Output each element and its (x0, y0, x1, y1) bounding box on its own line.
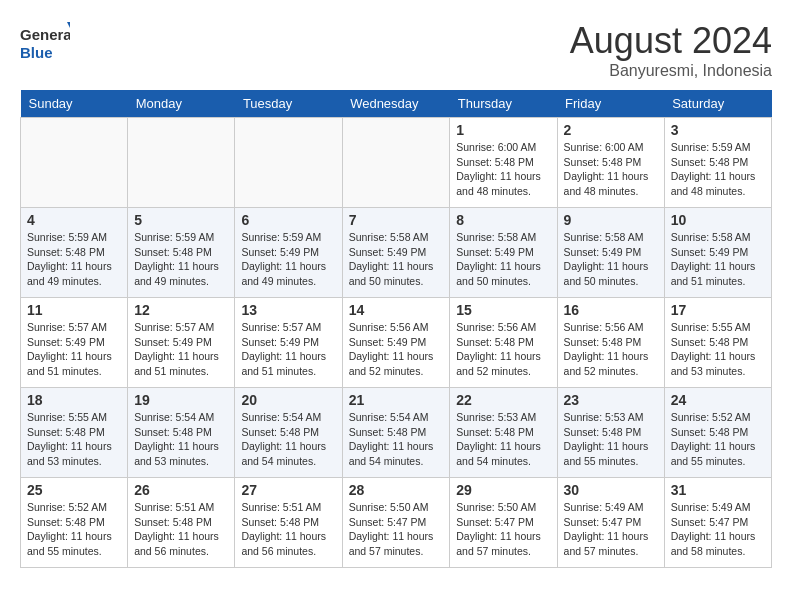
day-number: 2 (564, 122, 658, 138)
location-title: Banyuresmi, Indonesia (570, 62, 772, 80)
title-block: August 2024 Banyuresmi, Indonesia (570, 20, 772, 80)
day-detail: Sunrise: 5:59 AM Sunset: 5:48 PM Dayligh… (671, 140, 765, 199)
day-number: 5 (134, 212, 228, 228)
day-detail: Sunrise: 5:59 AM Sunset: 5:49 PM Dayligh… (241, 230, 335, 289)
calendar-cell: 14Sunrise: 5:56 AM Sunset: 5:49 PM Dayli… (342, 298, 450, 388)
week-row-3: 11Sunrise: 5:57 AM Sunset: 5:49 PM Dayli… (21, 298, 772, 388)
calendar-cell: 31Sunrise: 5:49 AM Sunset: 5:47 PM Dayli… (664, 478, 771, 568)
calendar-table: SundayMondayTuesdayWednesdayThursdayFrid… (20, 90, 772, 568)
day-detail: Sunrise: 5:57 AM Sunset: 5:49 PM Dayligh… (241, 320, 335, 379)
weekday-saturday: Saturday (664, 90, 771, 118)
day-detail: Sunrise: 5:52 AM Sunset: 5:48 PM Dayligh… (27, 500, 121, 559)
day-detail: Sunrise: 6:00 AM Sunset: 5:48 PM Dayligh… (564, 140, 658, 199)
day-detail: Sunrise: 5:59 AM Sunset: 5:48 PM Dayligh… (134, 230, 228, 289)
weekday-monday: Monday (128, 90, 235, 118)
calendar-cell: 15Sunrise: 5:56 AM Sunset: 5:48 PM Dayli… (450, 298, 557, 388)
day-number: 10 (671, 212, 765, 228)
day-number: 26 (134, 482, 228, 498)
day-detail: Sunrise: 5:50 AM Sunset: 5:47 PM Dayligh… (456, 500, 550, 559)
day-number: 14 (349, 302, 444, 318)
day-detail: Sunrise: 5:50 AM Sunset: 5:47 PM Dayligh… (349, 500, 444, 559)
calendar-cell: 27Sunrise: 5:51 AM Sunset: 5:48 PM Dayli… (235, 478, 342, 568)
calendar-cell: 20Sunrise: 5:54 AM Sunset: 5:48 PM Dayli… (235, 388, 342, 478)
day-detail: Sunrise: 5:53 AM Sunset: 5:48 PM Dayligh… (564, 410, 658, 469)
week-row-4: 18Sunrise: 5:55 AM Sunset: 5:48 PM Dayli… (21, 388, 772, 478)
day-number: 6 (241, 212, 335, 228)
day-detail: Sunrise: 5:58 AM Sunset: 5:49 PM Dayligh… (671, 230, 765, 289)
calendar-cell: 12Sunrise: 5:57 AM Sunset: 5:49 PM Dayli… (128, 298, 235, 388)
day-detail: Sunrise: 5:56 AM Sunset: 5:48 PM Dayligh… (564, 320, 658, 379)
day-detail: Sunrise: 5:53 AM Sunset: 5:48 PM Dayligh… (456, 410, 550, 469)
day-detail: Sunrise: 5:54 AM Sunset: 5:48 PM Dayligh… (349, 410, 444, 469)
calendar-cell: 3Sunrise: 5:59 AM Sunset: 5:48 PM Daylig… (664, 118, 771, 208)
calendar-cell: 24Sunrise: 5:52 AM Sunset: 5:48 PM Dayli… (664, 388, 771, 478)
day-detail: Sunrise: 5:49 AM Sunset: 5:47 PM Dayligh… (671, 500, 765, 559)
day-number: 31 (671, 482, 765, 498)
day-number: 18 (27, 392, 121, 408)
day-detail: Sunrise: 5:57 AM Sunset: 5:49 PM Dayligh… (134, 320, 228, 379)
svg-text:Blue: Blue (20, 44, 53, 61)
day-number: 19 (134, 392, 228, 408)
day-detail: Sunrise: 5:55 AM Sunset: 5:48 PM Dayligh… (671, 320, 765, 379)
calendar-cell: 19Sunrise: 5:54 AM Sunset: 5:48 PM Dayli… (128, 388, 235, 478)
day-number: 25 (27, 482, 121, 498)
calendar-cell (235, 118, 342, 208)
day-number: 21 (349, 392, 444, 408)
day-detail: Sunrise: 5:56 AM Sunset: 5:49 PM Dayligh… (349, 320, 444, 379)
calendar-cell: 23Sunrise: 5:53 AM Sunset: 5:48 PM Dayli… (557, 388, 664, 478)
day-number: 8 (456, 212, 550, 228)
calendar-cell: 4Sunrise: 5:59 AM Sunset: 5:48 PM Daylig… (21, 208, 128, 298)
day-number: 23 (564, 392, 658, 408)
calendar-cell: 17Sunrise: 5:55 AM Sunset: 5:48 PM Dayli… (664, 298, 771, 388)
day-number: 9 (564, 212, 658, 228)
calendar-cell: 11Sunrise: 5:57 AM Sunset: 5:49 PM Dayli… (21, 298, 128, 388)
day-number: 1 (456, 122, 550, 138)
week-row-5: 25Sunrise: 5:52 AM Sunset: 5:48 PM Dayli… (21, 478, 772, 568)
weekday-tuesday: Tuesday (235, 90, 342, 118)
day-number: 4 (27, 212, 121, 228)
week-row-1: 1Sunrise: 6:00 AM Sunset: 5:48 PM Daylig… (21, 118, 772, 208)
calendar-cell (342, 118, 450, 208)
calendar-cell (128, 118, 235, 208)
weekday-sunday: Sunday (21, 90, 128, 118)
day-number: 17 (671, 302, 765, 318)
svg-text:General: General (20, 26, 70, 43)
day-detail: Sunrise: 5:59 AM Sunset: 5:48 PM Dayligh… (27, 230, 121, 289)
calendar-cell: 10Sunrise: 5:58 AM Sunset: 5:49 PM Dayli… (664, 208, 771, 298)
calendar-cell: 30Sunrise: 5:49 AM Sunset: 5:47 PM Dayli… (557, 478, 664, 568)
day-number: 3 (671, 122, 765, 138)
calendar-cell: 18Sunrise: 5:55 AM Sunset: 5:48 PM Dayli… (21, 388, 128, 478)
weekday-thursday: Thursday (450, 90, 557, 118)
day-number: 28 (349, 482, 444, 498)
day-detail: Sunrise: 5:56 AM Sunset: 5:48 PM Dayligh… (456, 320, 550, 379)
page-header: General Blue August 2024 Banyuresmi, Ind… (20, 20, 772, 80)
calendar-cell: 1Sunrise: 6:00 AM Sunset: 5:48 PM Daylig… (450, 118, 557, 208)
day-number: 15 (456, 302, 550, 318)
weekday-friday: Friday (557, 90, 664, 118)
calendar-cell (21, 118, 128, 208)
day-detail: Sunrise: 5:55 AM Sunset: 5:48 PM Dayligh… (27, 410, 121, 469)
day-number: 29 (456, 482, 550, 498)
day-number: 22 (456, 392, 550, 408)
month-title: August 2024 (570, 20, 772, 62)
calendar-cell: 26Sunrise: 5:51 AM Sunset: 5:48 PM Dayli… (128, 478, 235, 568)
day-detail: Sunrise: 5:49 AM Sunset: 5:47 PM Dayligh… (564, 500, 658, 559)
day-detail: Sunrise: 5:58 AM Sunset: 5:49 PM Dayligh… (456, 230, 550, 289)
logo: General Blue (20, 20, 70, 65)
day-detail: Sunrise: 5:51 AM Sunset: 5:48 PM Dayligh… (134, 500, 228, 559)
weekday-header-row: SundayMondayTuesdayWednesdayThursdayFrid… (21, 90, 772, 118)
calendar-cell: 6Sunrise: 5:59 AM Sunset: 5:49 PM Daylig… (235, 208, 342, 298)
day-number: 20 (241, 392, 335, 408)
day-detail: Sunrise: 5:58 AM Sunset: 5:49 PM Dayligh… (349, 230, 444, 289)
calendar-cell: 28Sunrise: 5:50 AM Sunset: 5:47 PM Dayli… (342, 478, 450, 568)
calendar-cell: 22Sunrise: 5:53 AM Sunset: 5:48 PM Dayli… (450, 388, 557, 478)
day-detail: Sunrise: 6:00 AM Sunset: 5:48 PM Dayligh… (456, 140, 550, 199)
day-number: 13 (241, 302, 335, 318)
day-number: 11 (27, 302, 121, 318)
day-detail: Sunrise: 5:58 AM Sunset: 5:49 PM Dayligh… (564, 230, 658, 289)
calendar-cell: 13Sunrise: 5:57 AM Sunset: 5:49 PM Dayli… (235, 298, 342, 388)
day-number: 30 (564, 482, 658, 498)
day-number: 27 (241, 482, 335, 498)
calendar-cell: 9Sunrise: 5:58 AM Sunset: 5:49 PM Daylig… (557, 208, 664, 298)
calendar-cell: 21Sunrise: 5:54 AM Sunset: 5:48 PM Dayli… (342, 388, 450, 478)
